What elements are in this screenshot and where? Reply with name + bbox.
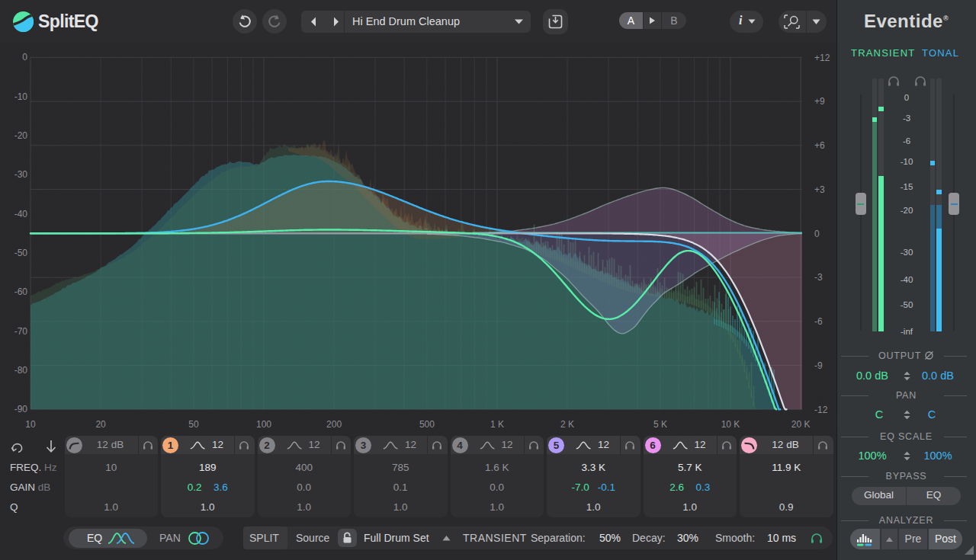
- svg-text:-9: -9: [814, 360, 823, 371]
- svg-text:-12: -12: [814, 405, 828, 415]
- svg-text:-3: -3: [814, 272, 823, 283]
- svg-text:-90: -90: [14, 404, 28, 414]
- svg-text:-70: -70: [14, 326, 28, 337]
- svg-text:+3: +3: [814, 184, 825, 195]
- svg-text:0: 0: [22, 52, 27, 62]
- svg-text:2 K: 2 K: [560, 419, 574, 430]
- svg-text:1 K: 1 K: [490, 419, 504, 430]
- svg-text:-10: -10: [14, 91, 28, 102]
- svg-text:-6: -6: [814, 316, 823, 327]
- svg-text:-50: -50: [14, 248, 28, 258]
- svg-text:0: 0: [814, 229, 820, 239]
- svg-text:20: 20: [95, 419, 106, 430]
- svg-text:-30: -30: [14, 169, 28, 180]
- svg-text:10: 10: [25, 419, 36, 430]
- svg-text:20 K: 20 K: [791, 419, 811, 430]
- svg-text:10 K: 10 K: [721, 419, 740, 430]
- svg-text:+6: +6: [814, 140, 825, 151]
- svg-text:+12: +12: [814, 53, 830, 63]
- svg-text:-60: -60: [14, 286, 28, 297]
- svg-text:50: 50: [188, 419, 199, 430]
- svg-text:-80: -80: [14, 365, 28, 376]
- svg-text:5 K: 5 K: [653, 419, 667, 430]
- svg-text:100: 100: [256, 419, 271, 430]
- svg-text:+9: +9: [814, 96, 825, 107]
- svg-text:500: 500: [419, 419, 435, 430]
- svg-text:-20: -20: [14, 130, 28, 141]
- svg-text:200: 200: [326, 419, 342, 430]
- svg-text:-40: -40: [14, 209, 28, 219]
